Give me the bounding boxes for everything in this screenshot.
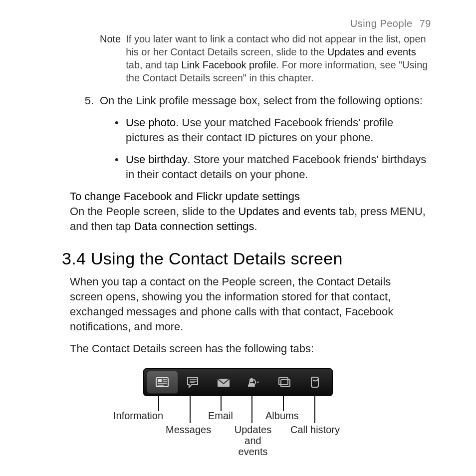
callout-line [158, 396, 159, 411]
email-tab-icon [208, 371, 238, 393]
messages-tab-icon [178, 371, 209, 393]
svg-rect-13 [281, 380, 290, 387]
section-paragraph-2: The Contact Details screen has the follo… [70, 341, 426, 356]
option-name: Use photo [126, 116, 176, 129]
callout-line [190, 396, 191, 423]
label-email: Email [208, 410, 233, 422]
svg-point-10 [249, 378, 253, 382]
step-5: 5. On the Link profile message box, sele… [80, 93, 431, 108]
step-number: 5. [80, 93, 94, 108]
step-body: On the Link profile message box, select … [100, 93, 431, 108]
section-heading: 3.4 Using the Contact Details screen [62, 249, 431, 268]
updates-events-tab-icon [238, 371, 269, 393]
bold-1: Updates and events [238, 205, 336, 218]
svg-rect-12 [279, 378, 288, 385]
page-number: 79 [420, 18, 431, 29]
section-paragraph-1: When you tap a contact on the People scr… [70, 274, 426, 334]
label-messages: Messages [166, 424, 211, 436]
list-item-text: Use birthday. Store your matched Faceboo… [126, 152, 431, 182]
list-item: • Use photo. Use your matched Facebook f… [115, 115, 431, 145]
list-item-text: Use photo. Use your matched Facebook fri… [126, 115, 431, 145]
albums-tab-icon [269, 371, 299, 393]
bullet-dot: • [115, 115, 124, 145]
note-bold-1: Updates and events [327, 46, 416, 57]
label-albums: Albums [265, 410, 299, 422]
svg-rect-1 [158, 379, 162, 382]
list-item: • Use birthday. Store your matched Faceb… [115, 152, 431, 182]
callout-line [314, 396, 315, 423]
call-history-tab-icon [299, 371, 329, 393]
callout-line [251, 396, 252, 423]
label-updates-events: Updates and events [231, 424, 275, 457]
label-call-history: Call history [290, 424, 340, 436]
page-header: Using People 79 [45, 18, 431, 29]
bold-2: Data connection settings [134, 220, 254, 233]
text: . [254, 220, 257, 233]
tab-bar [143, 368, 333, 396]
tabs-diagram: Information Messages Email Updates and e… [121, 368, 355, 448]
sub-heading: To change Facebook and Flickr update set… [70, 189, 431, 204]
option-list: • Use photo. Use your matched Facebook f… [115, 115, 431, 182]
note-bold-2: Link Facebook profile [181, 59, 276, 70]
svg-rect-14 [311, 377, 318, 387]
chapter-name: Using People [350, 18, 413, 29]
information-tab-icon [147, 371, 178, 394]
label-information: Information [113, 410, 163, 422]
option-name: Use birthday [126, 153, 188, 166]
note-block: Note If you later want to link a contact… [100, 32, 431, 84]
svg-marker-11 [256, 381, 258, 383]
note-label: Note [100, 32, 121, 84]
note-text: tab, and tap [126, 59, 181, 70]
callout-line [221, 396, 222, 411]
text: On the People screen, slide to the [70, 205, 238, 218]
callout-line [283, 396, 284, 411]
note-body: If you later want to link a contact who … [126, 32, 431, 84]
bullet-dot: • [115, 152, 124, 182]
sub-paragraph: On the People screen, slide to the Updat… [70, 204, 431, 234]
